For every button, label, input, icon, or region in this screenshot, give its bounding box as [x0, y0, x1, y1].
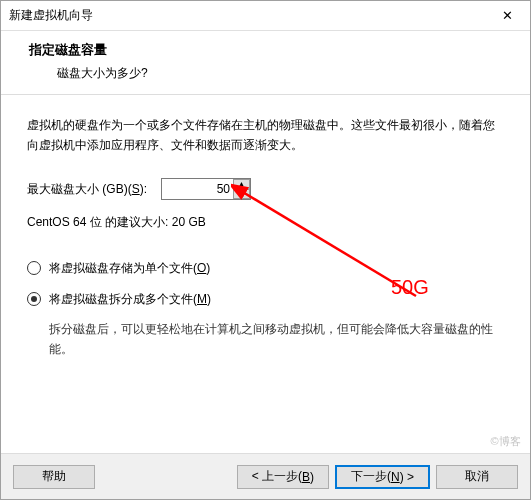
titlebar: 新建虚拟机向导 ✕	[1, 1, 530, 31]
recommended-size-text: CentOS 64 位 的建议大小: 20 GB	[27, 212, 504, 232]
page-title: 指定磁盘容量	[21, 41, 510, 59]
help-button[interactable]: 帮助	[13, 465, 95, 489]
split-file-option[interactable]: 将虚拟磁盘拆分成多个文件(M)	[27, 289, 504, 309]
single-file-label: 将虚拟磁盘存储为单个文件(O)	[49, 258, 210, 278]
split-file-label: 将虚拟磁盘拆分成多个文件(M)	[49, 289, 211, 309]
spinner-buttons: ▲ ▼	[233, 179, 250, 199]
wizard-window: 新建虚拟机向导 ✕ 指定磁盘容量 磁盘大小为多少? 虚拟机的硬盘作为一个或多个文…	[0, 0, 531, 500]
watermark-text: ©博客	[490, 434, 522, 449]
description-text: 虚拟机的硬盘作为一个或多个文件存储在主机的物理磁盘中。这些文件最初很小，随着您向…	[27, 115, 504, 156]
disk-size-spinner: ▲ ▼	[161, 178, 251, 200]
back-button[interactable]: < 上一步(B)	[237, 465, 329, 489]
radio-icon	[27, 292, 41, 306]
radio-icon	[27, 261, 41, 275]
footer-bar: 帮助 < 上一步(B) 下一步(N) > 取消	[1, 453, 530, 499]
spinner-up-button[interactable]: ▲	[233, 179, 250, 189]
max-disk-label: 最大磁盘大小 (GB)(S):	[27, 179, 147, 199]
cancel-button[interactable]: 取消	[436, 465, 518, 489]
window-title: 新建虚拟机向导	[1, 7, 93, 24]
spinner-down-button[interactable]: ▼	[233, 189, 250, 199]
next-button[interactable]: 下一步(N) >	[335, 465, 430, 489]
content-area: 虚拟机的硬盘作为一个或多个文件存储在主机的物理磁盘中。这些文件最初很小，随着您向…	[1, 95, 530, 390]
wizard-header: 指定磁盘容量 磁盘大小为多少?	[1, 31, 530, 94]
max-disk-row: 最大磁盘大小 (GB)(S): ▲ ▼	[27, 178, 504, 200]
close-button[interactable]: ✕	[485, 1, 530, 31]
split-description: 拆分磁盘后，可以更轻松地在计算机之间移动虚拟机，但可能会降低大容量磁盘的性能。	[27, 319, 504, 360]
close-icon: ✕	[502, 8, 513, 23]
page-subtitle: 磁盘大小为多少?	[21, 65, 510, 82]
single-file-option[interactable]: 将虚拟磁盘存储为单个文件(O)	[27, 258, 504, 278]
